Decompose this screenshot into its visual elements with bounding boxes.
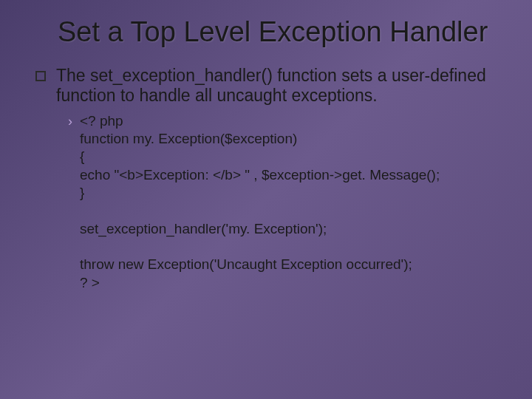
body-text: The set_exception_handler() function set…: [56, 66, 502, 106]
chevron-right-icon: ›: [68, 113, 72, 130]
code-bullet-row: › <? php function my. Exception($excepti…: [68, 112, 502, 292]
square-bullet-icon: [35, 71, 46, 81]
body-bullet-row: The set_exception_handler() function set…: [58, 66, 502, 106]
slide-title: Set a Top Level Exception Handler: [58, 16, 502, 48]
slide: Set a Top Level Exception Handler The se…: [0, 0, 532, 399]
code-block: <? php function my. Exception($exception…: [80, 112, 440, 292]
